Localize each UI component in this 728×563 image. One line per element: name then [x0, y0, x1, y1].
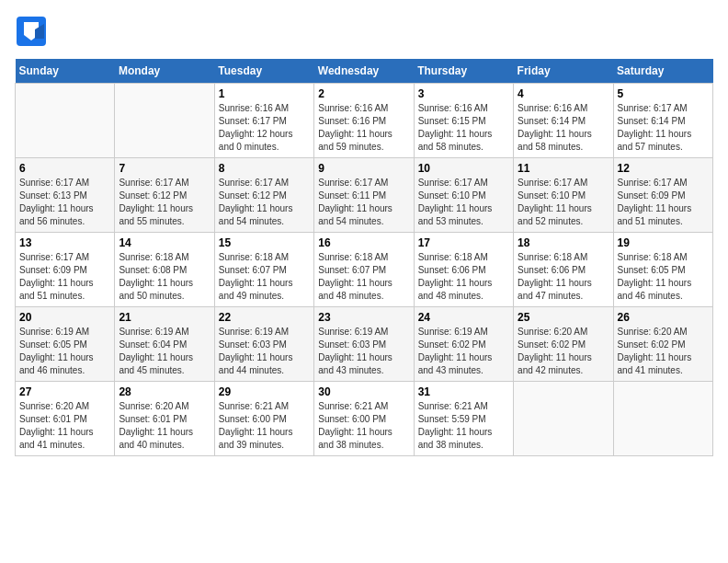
- day-info: Sunrise: 6:17 AM Sunset: 6:09 PM Dayligh…: [19, 251, 110, 303]
- day-info: Sunrise: 6:17 AM Sunset: 6:13 PM Dayligh…: [19, 177, 110, 228]
- calendar-day-cell: [16, 84, 115, 158]
- day-of-week-header: Saturday: [613, 59, 712, 84]
- calendar-day-cell: 11Sunrise: 6:17 AM Sunset: 6:10 PM Dayli…: [514, 158, 613, 233]
- calendar-day-cell: 14Sunrise: 6:18 AM Sunset: 6:08 PM Dayli…: [115, 233, 214, 307]
- calendar-day-cell: 6Sunrise: 6:17 AM Sunset: 6:13 PM Daylig…: [16, 158, 115, 233]
- day-info: Sunrise: 6:18 AM Sunset: 6:05 PM Dayligh…: [618, 251, 709, 303]
- day-info: Sunrise: 6:18 AM Sunset: 6:07 PM Dayligh…: [318, 251, 409, 303]
- day-number: 14: [119, 236, 210, 249]
- calendar-day-cell: 16Sunrise: 6:18 AM Sunset: 6:07 PM Dayli…: [314, 233, 414, 307]
- calendar-day-cell: 17Sunrise: 6:18 AM Sunset: 6:06 PM Dayli…: [414, 233, 513, 307]
- day-number: 20: [19, 311, 110, 324]
- calendar-day-cell: 21Sunrise: 6:19 AM Sunset: 6:04 PM Dayli…: [115, 307, 214, 382]
- day-number: 19: [618, 236, 709, 249]
- days-header-row: SundayMondayTuesdayWednesdayThursdayFrid…: [16, 59, 713, 84]
- calendar-day-cell: 18Sunrise: 6:18 AM Sunset: 6:06 PM Dayli…: [514, 233, 613, 307]
- logo-icon: [15, 15, 48, 48]
- day-info: Sunrise: 6:19 AM Sunset: 6:04 PM Dayligh…: [119, 326, 210, 377]
- day-number: 29: [219, 385, 310, 398]
- calendar-day-cell: 24Sunrise: 6:19 AM Sunset: 6:02 PM Dayli…: [414, 307, 513, 382]
- day-info: Sunrise: 6:17 AM Sunset: 6:10 PM Dayligh…: [518, 177, 609, 228]
- day-of-week-header: Sunday: [16, 59, 115, 84]
- day-number: 25: [518, 311, 609, 324]
- day-info: Sunrise: 6:17 AM Sunset: 6:10 PM Dayligh…: [418, 177, 509, 228]
- page-header: [15, 15, 713, 48]
- day-info: Sunrise: 6:19 AM Sunset: 6:02 PM Dayligh…: [418, 326, 509, 377]
- day-number: 16: [318, 236, 409, 249]
- day-number: 6: [19, 162, 110, 175]
- day-info: Sunrise: 6:19 AM Sunset: 6:03 PM Dayligh…: [318, 326, 409, 377]
- day-number: 26: [618, 311, 709, 324]
- day-number: 2: [318, 87, 409, 100]
- day-number: 30: [318, 385, 409, 398]
- calendar-week-row: 27Sunrise: 6:20 AM Sunset: 6:01 PM Dayli…: [16, 382, 713, 456]
- calendar-day-cell: 19Sunrise: 6:18 AM Sunset: 6:05 PM Dayli…: [613, 233, 712, 307]
- day-number: 12: [618, 162, 709, 175]
- day-of-week-header: Monday: [115, 59, 214, 84]
- day-of-week-header: Tuesday: [214, 59, 313, 84]
- calendar-day-cell: 12Sunrise: 6:17 AM Sunset: 6:09 PM Dayli…: [613, 158, 712, 233]
- day-info: Sunrise: 6:17 AM Sunset: 6:11 PM Dayligh…: [318, 177, 409, 228]
- day-number: 27: [19, 385, 110, 398]
- calendar-day-cell: 26Sunrise: 6:20 AM Sunset: 6:02 PM Dayli…: [613, 307, 712, 382]
- day-info: Sunrise: 6:19 AM Sunset: 6:03 PM Dayligh…: [219, 326, 310, 377]
- calendar-day-cell: [613, 382, 712, 456]
- day-number: 23: [318, 311, 409, 324]
- calendar-day-cell: 30Sunrise: 6:21 AM Sunset: 6:00 PM Dayli…: [314, 382, 414, 456]
- calendar-day-cell: 1Sunrise: 6:16 AM Sunset: 6:17 PM Daylig…: [214, 84, 313, 158]
- day-info: Sunrise: 6:16 AM Sunset: 6:16 PM Dayligh…: [318, 102, 409, 154]
- calendar-day-cell: 23Sunrise: 6:19 AM Sunset: 6:03 PM Dayli…: [314, 307, 414, 382]
- calendar-day-cell: 10Sunrise: 6:17 AM Sunset: 6:10 PM Dayli…: [414, 158, 513, 233]
- day-number: 17: [418, 236, 509, 249]
- logo: [15, 15, 48, 48]
- day-of-week-header: Thursday: [414, 59, 513, 84]
- day-number: 10: [418, 162, 509, 175]
- day-number: 4: [518, 87, 609, 100]
- calendar-day-cell: 9Sunrise: 6:17 AM Sunset: 6:11 PM Daylig…: [314, 158, 414, 233]
- day-number: 22: [219, 311, 310, 324]
- calendar-day-cell: 8Sunrise: 6:17 AM Sunset: 6:12 PM Daylig…: [214, 158, 313, 233]
- calendar-day-cell: [115, 84, 214, 158]
- day-number: 18: [518, 236, 609, 249]
- day-number: 21: [119, 311, 210, 324]
- day-number: 28: [119, 385, 210, 398]
- day-number: 24: [418, 311, 509, 324]
- calendar-day-cell: 5Sunrise: 6:17 AM Sunset: 6:14 PM Daylig…: [613, 84, 712, 158]
- day-info: Sunrise: 6:17 AM Sunset: 6:14 PM Dayligh…: [618, 102, 709, 154]
- day-info: Sunrise: 6:18 AM Sunset: 6:06 PM Dayligh…: [518, 251, 609, 303]
- calendar-day-cell: 7Sunrise: 6:17 AM Sunset: 6:12 PM Daylig…: [115, 158, 214, 233]
- day-info: Sunrise: 6:17 AM Sunset: 6:12 PM Dayligh…: [219, 177, 310, 228]
- day-info: Sunrise: 6:20 AM Sunset: 6:02 PM Dayligh…: [518, 326, 609, 377]
- calendar-table: SundayMondayTuesdayWednesdayThursdayFrid…: [15, 59, 713, 456]
- calendar-day-cell: 27Sunrise: 6:20 AM Sunset: 6:01 PM Dayli…: [16, 382, 115, 456]
- day-info: Sunrise: 6:21 AM Sunset: 5:59 PM Dayligh…: [418, 400, 509, 452]
- calendar-week-row: 20Sunrise: 6:19 AM Sunset: 6:05 PM Dayli…: [16, 307, 713, 382]
- day-info: Sunrise: 6:17 AM Sunset: 6:09 PM Dayligh…: [618, 177, 709, 228]
- calendar-day-cell: 29Sunrise: 6:21 AM Sunset: 6:00 PM Dayli…: [214, 382, 313, 456]
- day-number: 1: [219, 87, 310, 100]
- calendar-week-row: 6Sunrise: 6:17 AM Sunset: 6:13 PM Daylig…: [16, 158, 713, 233]
- day-info: Sunrise: 6:16 AM Sunset: 6:15 PM Dayligh…: [418, 102, 509, 154]
- day-info: Sunrise: 6:18 AM Sunset: 6:08 PM Dayligh…: [119, 251, 210, 303]
- day-number: 15: [219, 236, 310, 249]
- day-of-week-header: Friday: [514, 59, 613, 84]
- calendar-week-row: 13Sunrise: 6:17 AM Sunset: 6:09 PM Dayli…: [16, 233, 713, 307]
- day-info: Sunrise: 6:21 AM Sunset: 6:00 PM Dayligh…: [318, 400, 409, 452]
- calendar-day-cell: 28Sunrise: 6:20 AM Sunset: 6:01 PM Dayli…: [115, 382, 214, 456]
- day-number: 11: [518, 162, 609, 175]
- calendar-day-cell: 3Sunrise: 6:16 AM Sunset: 6:15 PM Daylig…: [414, 84, 513, 158]
- day-info: Sunrise: 6:17 AM Sunset: 6:12 PM Dayligh…: [119, 177, 210, 228]
- day-number: 5: [618, 87, 709, 100]
- day-of-week-header: Wednesday: [314, 59, 414, 84]
- day-info: Sunrise: 6:20 AM Sunset: 6:02 PM Dayligh…: [618, 326, 709, 377]
- calendar-day-cell: 31Sunrise: 6:21 AM Sunset: 5:59 PM Dayli…: [414, 382, 513, 456]
- calendar-day-cell: 2Sunrise: 6:16 AM Sunset: 6:16 PM Daylig…: [314, 84, 414, 158]
- calendar-week-row: 1Sunrise: 6:16 AM Sunset: 6:17 PM Daylig…: [16, 84, 713, 158]
- day-info: Sunrise: 6:18 AM Sunset: 6:07 PM Dayligh…: [219, 251, 310, 303]
- calendar-day-cell: 15Sunrise: 6:18 AM Sunset: 6:07 PM Dayli…: [214, 233, 313, 307]
- calendar-day-cell: 25Sunrise: 6:20 AM Sunset: 6:02 PM Dayli…: [514, 307, 613, 382]
- calendar-day-cell: [514, 382, 613, 456]
- day-number: 13: [19, 236, 110, 249]
- day-info: Sunrise: 6:16 AM Sunset: 6:17 PM Dayligh…: [219, 102, 310, 154]
- day-number: 31: [418, 385, 509, 398]
